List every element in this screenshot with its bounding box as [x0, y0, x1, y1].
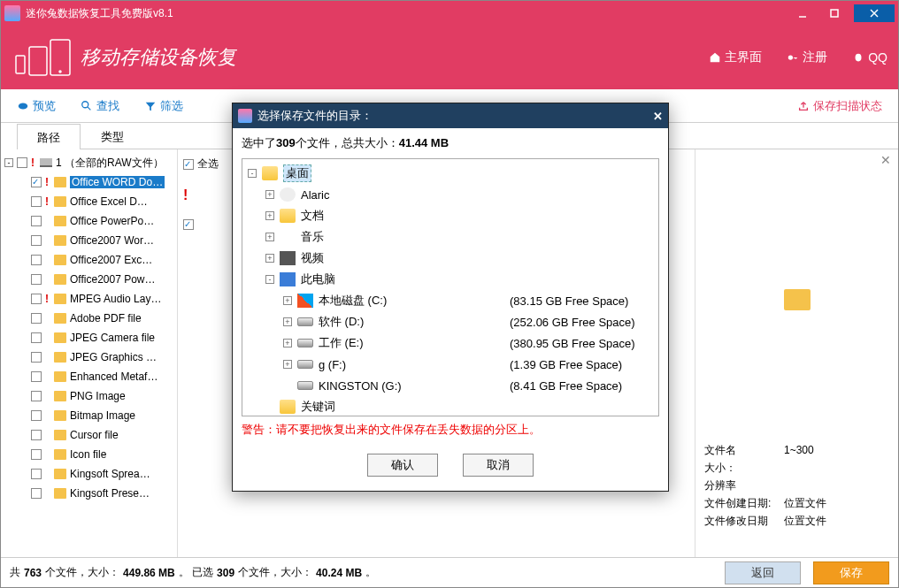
back-button[interactable]: 返回 [725, 561, 801, 584]
tree-checkbox[interactable] [31, 410, 42, 421]
tree-item[interactable]: Office PowerPo… [3, 211, 175, 231]
tree-checkbox[interactable] [31, 391, 42, 401]
dir-toggle[interactable]: + [265, 211, 274, 220]
tree-checkbox[interactable] [31, 488, 42, 499]
titlebar: 迷你兔数据恢复工具免费版v8.1 [1, 1, 898, 26]
dir-toggle[interactable]: + [283, 296, 292, 305]
tree-item[interactable]: Icon file [3, 445, 175, 464]
tree-item[interactable]: Adobe PDF file [3, 309, 175, 328]
dir-toggle[interactable]: + [283, 360, 292, 369]
svg-point-8 [788, 55, 793, 59]
dir-node[interactable]: 关键词 [244, 396, 657, 416]
tree-item[interactable]: PNG Image [3, 386, 175, 406]
dir-toggle[interactable]: - [265, 275, 274, 284]
dir-node[interactable]: +Alaric [244, 184, 657, 205]
tab-type[interactable]: 类型 [81, 123, 144, 149]
folder-icon [280, 209, 296, 223]
dir-node[interactable]: +视频 [244, 248, 657, 269]
dir-toggle[interactable]: - [248, 169, 257, 178]
tree-checkbox[interactable] [31, 332, 42, 343]
tree-item[interactable]: Kingsoft Prese… [3, 484, 175, 503]
folder-icon [54, 196, 66, 207]
tree-checkbox[interactable] [31, 294, 42, 304]
tree-item[interactable]: !Office WORD Do… [3, 172, 175, 192]
tree-checkbox[interactable] [31, 235, 42, 246]
tree-checkbox[interactable] [31, 449, 42, 460]
dialog-cancel-button[interactable]: 取消 [463, 454, 534, 477]
folder-icon [54, 255, 66, 265]
dir-node[interactable]: +工作 (E:)(380.95 GB Free Space) [244, 332, 657, 354]
save-button[interactable]: 保存 [813, 561, 889, 584]
close-button[interactable] [854, 4, 895, 22]
tree-checkbox[interactable] [31, 430, 42, 440]
free-space: (8.41 GB Free Space) [510, 379, 622, 393]
dir-toggle[interactable]: + [265, 233, 274, 241]
preview-button[interactable]: 预览 [8, 95, 65, 118]
dialog-titlebar: 选择保存文件的目录： ✕ [233, 103, 668, 128]
directory-tree[interactable]: -桌面+Alaric+文档+音乐+视频-此电脑+本地磁盘 (C:)(83.15 … [242, 158, 659, 416]
user-icon [280, 187, 296, 202]
dir-toggle[interactable]: + [265, 190, 274, 199]
dir-node[interactable]: +g (F:)(1.39 GB Free Space) [244, 354, 657, 375]
file-tree[interactable]: - ! 1 （全部的RAW文件） !Office WORD Do…!Office… [1, 149, 178, 557]
folder-icon [54, 410, 66, 421]
folder-icon [54, 332, 66, 343]
key-icon [787, 51, 799, 64]
tree-item[interactable]: !Office Excel D… [3, 192, 175, 211]
tree-checkbox[interactable] [31, 313, 42, 324]
filter-button[interactable]: 筛选 [135, 95, 192, 118]
nav-home[interactable]: 主界面 [709, 50, 762, 65]
warn-icon: ! [45, 195, 52, 208]
search-button[interactable]: 查找 [72, 95, 128, 118]
tree-checkbox[interactable] [31, 274, 42, 285]
tree-item[interactable]: Cursor file [3, 425, 175, 445]
filter-icon [144, 100, 157, 112]
tree-checkbox[interactable] [17, 157, 27, 168]
dialog-close-button[interactable]: ✕ [653, 110, 663, 123]
dialog-ok-button[interactable]: 确认 [367, 454, 438, 477]
dialog-warning: 警告：请不要把恢复出来的文件保存在丢失数据的分区上。 [233, 416, 668, 443]
dir-node[interactable]: +文档 [244, 205, 657, 226]
home-icon [709, 51, 721, 64]
tree-item[interactable]: Office2007 Wor… [3, 231, 175, 250]
save-state-button[interactable]: 保存扫描状态 [788, 95, 891, 118]
tree-item[interactable]: Office2007 Exc… [3, 250, 175, 270]
tree-item[interactable]: Bitmap Image [3, 406, 175, 425]
tree-item[interactable]: Office2007 Pow… [3, 270, 175, 289]
dir-toggle[interactable]: + [265, 254, 274, 263]
select-all-checkbox[interactable] [183, 159, 194, 170]
dir-toggle[interactable]: + [283, 339, 292, 347]
tree-item[interactable]: !MPEG Audio Lay… [3, 289, 175, 309]
free-space: (380.95 GB Free Space) [510, 337, 635, 350]
minimize-button[interactable] [787, 4, 818, 22]
tree-checkbox[interactable] [31, 216, 42, 226]
dir-node[interactable]: -桌面 [244, 163, 657, 184]
tree-toggle[interactable]: - [4, 158, 13, 167]
tree-item[interactable]: JPEG Graphics … [3, 347, 175, 367]
svg-rect-4 [16, 56, 25, 73]
tree-checkbox[interactable] [31, 255, 42, 265]
dir-node[interactable]: KINGSTON (G:)(8.41 GB Free Space) [244, 375, 657, 396]
banner-title: 移动存储设备恢复 [81, 44, 236, 71]
nav-qq[interactable]: QQ [852, 50, 887, 65]
dir-node[interactable]: +音乐 [244, 226, 657, 248]
close-preview-button[interactable]: ✕ [880, 153, 891, 167]
tab-path[interactable]: 路径 [17, 124, 81, 149]
tree-item[interactable]: Kingsoft Sprea… [3, 464, 175, 484]
dir-node[interactable]: +本地磁盘 (C:)(83.15 GB Free Space) [244, 290, 657, 311]
tree-item[interactable]: Enhanced Metaf… [3, 367, 175, 386]
dir-node[interactable]: -此电脑 [244, 269, 657, 290]
svg-rect-5 [29, 47, 47, 75]
maximize-button[interactable] [818, 4, 850, 22]
tree-checkbox[interactable] [31, 469, 42, 479]
tree-checkbox[interactable] [31, 371, 42, 382]
nav-register[interactable]: 注册 [787, 50, 827, 65]
tree-checkbox[interactable] [31, 196, 42, 207]
dir-node[interactable]: +软件 (D:)(252.06 GB Free Space) [244, 311, 657, 332]
tree-item[interactable]: JPEG Camera file [3, 328, 175, 347]
tree-checkbox[interactable] [31, 352, 42, 363]
tree-checkbox[interactable] [31, 177, 42, 187]
dir-toggle[interactable]: + [283, 317, 292, 326]
tree-root[interactable]: - ! 1 （全部的RAW文件） [3, 153, 175, 172]
grid-checkbox[interactable] [183, 219, 194, 230]
